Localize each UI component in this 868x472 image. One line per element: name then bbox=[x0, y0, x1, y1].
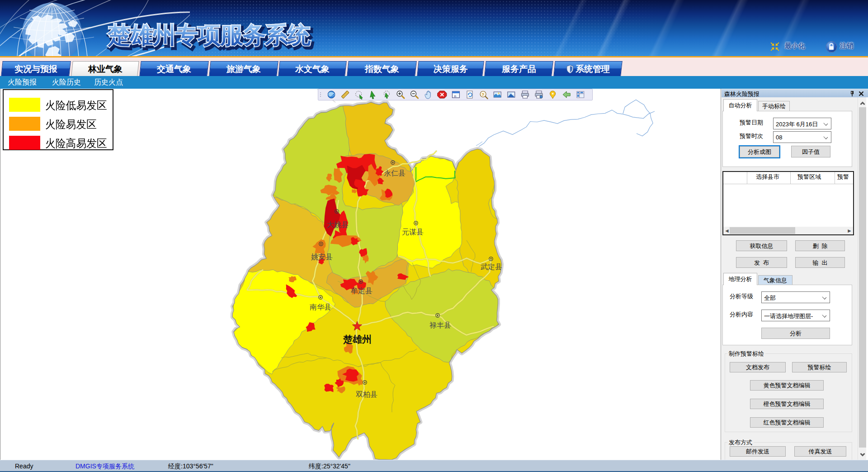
svg-text:楚雄州: 楚雄州 bbox=[343, 334, 372, 345]
svg-text:牟定县: 牟定县 bbox=[351, 287, 373, 295]
svg-text:?: ? bbox=[482, 92, 485, 97]
svg-text:永仁县: 永仁县 bbox=[384, 169, 406, 177]
svg-text:禄丰县: 禄丰县 bbox=[429, 321, 451, 329]
svg-text:元谋县: 元谋县 bbox=[402, 228, 424, 236]
svg-text:大姚县: 大姚县 bbox=[327, 221, 349, 229]
svg-text:n: n bbox=[454, 94, 456, 98]
svg-text:南华县: 南华县 bbox=[310, 303, 331, 311]
svg-text:双柏县: 双柏县 bbox=[356, 391, 377, 398]
svg-text:楚雄州专项服务系统: 楚雄州专项服务系统 bbox=[107, 22, 311, 48]
svg-text:武定县: 武定县 bbox=[481, 263, 502, 271]
svg-text:姚安县: 姚安县 bbox=[311, 253, 333, 261]
